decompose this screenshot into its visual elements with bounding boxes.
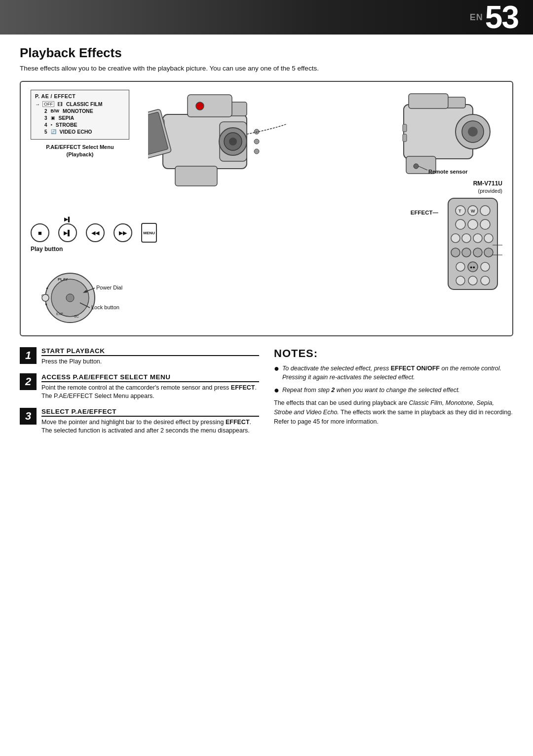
steps-col: 1 START PLAYBACK Press the Play button. … <box>20 347 259 442</box>
menu-label-2: MONOTONE <box>63 108 93 114</box>
ff-button[interactable]: ▶▶ <box>114 223 132 242</box>
svg-point-68 <box>456 276 465 285</box>
diagram-box: P. AE / EFFECT → OFF 🎞 CLASSIC FILM 2 <box>20 81 513 336</box>
svg-point-56 <box>462 248 471 257</box>
menu-label-4: STROBE <box>56 122 77 128</box>
play-buttons-icons: ■ ▶▌ ▶▌ ◀◀ <box>31 223 344 243</box>
stop-button[interactable]: ■ <box>31 223 49 242</box>
note-1: ● To deactivate the selected effect, pre… <box>274 364 513 382</box>
svg-text:T: T <box>458 209 461 214</box>
step-2-text: Point the remote control at the camcorde… <box>41 384 259 401</box>
step-3: 3 SELECT P.AE/EFFECT Move the pointer an… <box>20 408 259 435</box>
camcorder-drawing <box>148 85 316 223</box>
svg-rect-40 <box>403 124 407 132</box>
menu-button-label: MENU <box>143 231 155 235</box>
page-title: Playback Effects <box>20 45 513 61</box>
svg-point-57 <box>473 248 482 257</box>
play-button-label: Play button <box>31 246 344 252</box>
menu-row-2: 2 B/W MONOTONE <box>35 108 125 114</box>
effect-label: EFFECT— <box>411 210 438 216</box>
svg-point-58 <box>484 248 493 257</box>
step-2-number: 2 <box>20 373 37 390</box>
svg-point-53 <box>473 234 482 243</box>
svg-text:●●: ●● <box>470 265 475 270</box>
svg-point-52 <box>462 234 471 243</box>
ff-button-group: ▶▶ <box>114 223 132 242</box>
camera-side-svg: Remote sensor <box>344 90 493 188</box>
diagram-inner: P. AE / EFFECT → OFF 🎞 CLASSIC FILM 2 <box>31 90 502 327</box>
svg-point-47 <box>480 206 490 216</box>
main-content: Playback Effects These effects allow you… <box>0 35 533 457</box>
play-pause-label-top: ▶▌ <box>64 216 72 222</box>
step-1-text: Press the Play button. <box>41 358 259 366</box>
note-2: ● Repeat from step 2 when you want to ch… <box>274 386 513 395</box>
svg-point-51 <box>451 234 460 243</box>
notes-col: NOTES: ● To deactivate the selected effe… <box>274 347 513 427</box>
menu-button-group: MENU <box>141 223 157 243</box>
step-1: 1 START PLAYBACK Press the Play button. <box>20 347 259 366</box>
svg-text:Remote sensor: Remote sensor <box>428 169 468 175</box>
camera-side-view-area: Remote sensor <box>344 90 502 190</box>
svg-rect-11 <box>175 166 217 186</box>
svg-rect-6 <box>188 95 232 117</box>
svg-point-38 <box>414 164 419 169</box>
step-2-title: ACCESS P.AE/EFFECT SELECT MENU <box>41 373 259 382</box>
menu-row-4: 4 ▪ STROBE <box>35 121 125 128</box>
menu-label-3: SEPIA <box>59 115 75 121</box>
svg-point-55 <box>451 248 460 257</box>
diagram-left: P. AE / EFFECT → OFF 🎞 CLASSIC FILM 2 <box>31 90 344 327</box>
note-2-text: Repeat from step 2 when you want to chan… <box>282 386 460 395</box>
power-dial-drawing: PLAY ▲ OFF ▼ EXP SC Power Dial <box>31 258 149 327</box>
step-2: 2 ACCESS P.AE/EFFECT SELECT MENU Point t… <box>20 373 259 401</box>
step-1-title: START PLAYBACK <box>41 347 259 356</box>
svg-point-4 <box>229 138 237 145</box>
svg-rect-35 <box>409 94 448 108</box>
stop-button-group: ■ <box>31 223 49 242</box>
intro-text: These effects allow you to be creative w… <box>20 65 513 72</box>
svg-point-24 <box>42 294 49 301</box>
diagram-right: Remote sensor EFFECT— <box>344 90 502 296</box>
note-2-bullet: ● <box>274 386 279 395</box>
note-1-bullet: ● <box>274 364 279 373</box>
play-pause-button-group: ▶▌ ▶▌ <box>58 223 77 242</box>
play-pause-button[interactable]: ▶▌ ▶▌ <box>58 223 77 242</box>
menu-button[interactable]: MENU <box>141 223 157 243</box>
svg-point-70 <box>481 276 490 285</box>
step-3-content: SELECT P.AE/EFFECT Move the pointer and … <box>41 408 259 435</box>
svg-text:Power Dial: Power Dial <box>96 285 122 290</box>
rewind-button-group: ◀◀ <box>86 223 105 242</box>
menu-label-5: VIDEO ECHO <box>60 129 92 135</box>
steps-notes-row: 1 START PLAYBACK Press the Play button. … <box>20 347 513 442</box>
step-3-title: SELECT P.AE/EFFECT <box>41 408 259 417</box>
remote-control-area: EFFECT— RM-V711U (provided) T W <box>411 180 502 296</box>
svg-point-14 <box>254 149 259 154</box>
camcorder-svg-area <box>119 85 344 223</box>
svg-point-67 <box>481 262 490 271</box>
svg-point-7 <box>196 102 204 110</box>
svg-text:PLAY: PLAY <box>58 277 68 282</box>
svg-text:W: W <box>471 209 475 214</box>
svg-point-33 <box>468 127 478 137</box>
en-label: EN <box>470 12 483 23</box>
step-3-number: 3 <box>20 408 37 425</box>
page-number: 53 <box>485 1 518 33</box>
header-bar: EN 53 <box>0 0 533 35</box>
menu-row-5: 5 🔄 VIDEO ECHO <box>35 128 125 135</box>
svg-point-64 <box>456 262 465 271</box>
svg-text:SC: SC <box>74 315 79 318</box>
diagram-right-inner: Remote sensor EFFECT— <box>344 90 502 296</box>
note-paragraph: The effects that can be used during play… <box>274 398 513 426</box>
svg-point-48 <box>456 219 465 229</box>
power-dial-area: PLAY ▲ OFF ▼ EXP SC Power Dial <box>31 258 344 327</box>
remote-svg: T W <box>443 196 502 294</box>
svg-point-49 <box>468 219 478 229</box>
svg-rect-41 <box>403 134 407 142</box>
menu-label-1: CLASSIC FILM <box>66 101 103 107</box>
menu-caption: P.AE/EFFECT Select Menu(Playback) <box>31 144 129 159</box>
menu-row-3: 3 ▣ SEPIA <box>35 114 125 121</box>
film-icon: 🎞 <box>58 102 63 107</box>
step-2-content: ACCESS P.AE/EFFECT SELECT MENU Point the… <box>41 373 259 401</box>
svg-point-50 <box>480 219 490 229</box>
rewind-button[interactable]: ◀◀ <box>86 223 105 242</box>
menu-row-1: → OFF 🎞 CLASSIC FILM <box>35 101 125 108</box>
